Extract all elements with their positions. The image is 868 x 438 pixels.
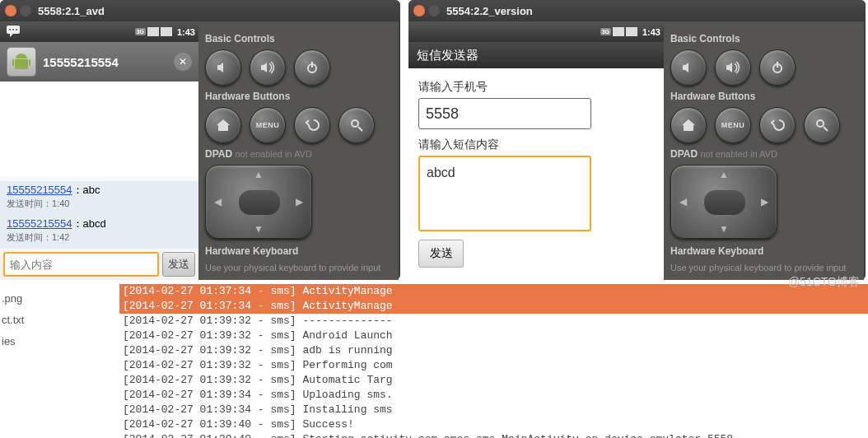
sms-sep: ： xyxy=(72,184,83,196)
phone-screen: 3G 1:43 15555215554 ✕ 15555215554：abc 发送… xyxy=(0,21,198,280)
desktop-file-list: .png ct.txt ies xyxy=(2,288,24,352)
hw-keyboard-hint: Use your physical keyboard to provide in… xyxy=(205,262,392,274)
notification-sms-icon xyxy=(7,26,21,39)
status-clock: 1:43 xyxy=(177,27,195,37)
send-button[interactable]: 发送 xyxy=(418,240,464,268)
log-line: [2014-02-27 01:39:40 - sms] Starting act… xyxy=(119,432,868,438)
dpad-up-icon[interactable]: ▲ xyxy=(719,169,729,180)
file-item: ct.txt xyxy=(2,310,24,331)
notification-close-icon[interactable]: ✕ xyxy=(174,53,192,71)
section-basic-controls: Basic Controls xyxy=(670,33,857,44)
section-hardware-buttons: Hardware Buttons xyxy=(205,91,392,102)
dpad-center-button[interactable] xyxy=(704,190,745,215)
file-item: .png xyxy=(2,288,24,310)
home-button[interactable] xyxy=(670,107,707,143)
back-button[interactable] xyxy=(294,107,330,143)
log-line: [2014-02-27 01:39:32 - sms] Performing c… xyxy=(119,358,868,373)
svg-marker-1 xyxy=(10,34,13,37)
compose-send-button[interactable]: 发送 xyxy=(162,252,195,277)
android-status-bar[interactable]: 3G 1:43 xyxy=(408,21,664,42)
volume-down-button[interactable] xyxy=(670,49,707,86)
sms-time: 发送时间：1:40 xyxy=(7,198,192,210)
compose-input[interactable] xyxy=(3,252,159,277)
label-phone: 请输入手机号 xyxy=(418,80,654,95)
dpad-right-icon[interactable]: ▶ xyxy=(296,196,303,207)
svg-point-3 xyxy=(12,29,14,30)
volume-up-button[interactable] xyxy=(715,49,751,86)
emulator-side-panel: Basic Controls Hardware Buttons MENU DPA… xyxy=(664,21,864,280)
svg-point-9 xyxy=(352,120,358,127)
section-basic-controls: Basic Controls xyxy=(205,33,392,44)
menu-button[interactable]: MENU xyxy=(715,107,751,143)
sms-sep: ： xyxy=(72,217,83,230)
section-dpad: DPAD not enabled in AVD xyxy=(670,148,857,160)
android-status-bar[interactable]: 3G 1:43 xyxy=(0,21,198,42)
log-line: [2014-02-27 01:39:32 - sms] Android Laun… xyxy=(119,328,868,343)
power-button[interactable] xyxy=(759,49,796,86)
section-hw-keyboard: Hardware Keyboard xyxy=(670,245,857,257)
sms-conversation[interactable]: 15555215554：abc 发送时间：1:40 15555215554：ab… xyxy=(0,176,198,254)
network-3g-icon: 3G xyxy=(135,28,146,35)
notification-header[interactable]: 15555215554 ✕ xyxy=(0,42,198,82)
content-textarea[interactable]: abcd xyxy=(418,156,591,231)
volume-down-button[interactable] xyxy=(205,49,241,86)
watermark: @51CTO博客 xyxy=(788,275,860,290)
sms-sender-link[interactable]: 15555215554 xyxy=(7,217,72,230)
dpad-left-icon[interactable]: ◀ xyxy=(214,196,222,207)
log-line: [2014-02-27 01:37:34 - sms] ActivityMana… xyxy=(119,284,868,299)
log-line: [2014-02-27 01:39:32 - sms] ------------… xyxy=(119,314,868,328)
hw-keyboard-hint: Use your physical keyboard to provide in… xyxy=(670,262,857,274)
android-robot-icon xyxy=(7,47,36,77)
app-title: 短信发送器 xyxy=(417,48,478,63)
window-titlebar[interactable]: 5554:2.2_version xyxy=(408,0,866,21)
dpad: ▲ ▼ ◀ ▶ xyxy=(205,165,312,239)
dpad-down-icon[interactable]: ▼ xyxy=(254,223,264,235)
window-minimize-icon[interactable] xyxy=(428,5,440,16)
section-dpad: DPAD not enabled in AVD xyxy=(205,148,392,160)
home-button[interactable] xyxy=(205,107,241,143)
search-button[interactable] xyxy=(338,107,375,143)
window-titlebar[interactable]: 5558:2.1_avd xyxy=(0,0,400,21)
emulator-window-5558: 5558:2.1_avd 3G 1:43 15555215554 ✕ xyxy=(0,0,400,280)
signal-icon xyxy=(613,27,624,36)
search-button[interactable] xyxy=(804,107,840,143)
dpad-left-icon[interactable]: ◀ xyxy=(679,196,687,207)
back-button[interactable] xyxy=(759,107,796,143)
log-line: [2014-02-27 01:39:34 - sms] Installing s… xyxy=(119,403,868,417)
logcat-console: [2014-02-27 01:37:34 - sms] ActivityMana… xyxy=(119,284,868,438)
dpad-center-button[interactable] xyxy=(239,190,280,215)
power-button[interactable] xyxy=(294,49,330,86)
dpad: ▲ ▼ ◀ ▶ xyxy=(670,165,777,239)
svg-point-13 xyxy=(817,120,824,127)
signal-icon xyxy=(147,27,159,36)
sms-body: abcd xyxy=(83,217,106,230)
dpad-down-icon[interactable]: ▼ xyxy=(719,223,729,235)
log-line: [2014-02-27 01:39:32 - sms] adb is runni… xyxy=(119,343,868,358)
sms-message: 15555215554：abcd 发送时间：1:42 xyxy=(0,215,198,249)
dpad-up-icon[interactable]: ▲ xyxy=(254,169,264,180)
menu-button[interactable]: MENU xyxy=(250,107,286,143)
phone-screen: 3G 1:43 短信发送器 请输入手机号 5558 请输入短信内容 abcd 发… xyxy=(408,21,664,280)
svg-rect-12 xyxy=(777,62,778,68)
volume-up-button[interactable] xyxy=(250,49,286,86)
phone-input[interactable]: 5558 xyxy=(418,98,591,129)
window-title: 5554:2.2_version xyxy=(446,5,533,17)
sms-body: abc xyxy=(83,184,100,196)
sms-sender-link[interactable]: 15555215554 xyxy=(7,184,72,196)
window-title: 5558:2.1_avd xyxy=(38,5,105,17)
network-3g-icon: 3G xyxy=(600,28,611,35)
window-close-icon[interactable] xyxy=(413,5,425,16)
section-hw-keyboard: Hardware Keyboard xyxy=(205,245,392,257)
app-body: 请输入手机号 5558 请输入短信内容 abcd 发送 xyxy=(408,68,664,280)
label-content: 请输入短信内容 xyxy=(418,137,654,152)
window-minimize-icon[interactable] xyxy=(20,5,31,16)
dpad-right-icon[interactable]: ▶ xyxy=(761,196,768,207)
status-clock: 1:43 xyxy=(642,27,660,37)
sms-time: 发送时间：1:42 xyxy=(7,231,192,244)
svg-line-14 xyxy=(824,127,828,131)
svg-point-2 xyxy=(9,29,11,30)
svg-rect-8 xyxy=(311,62,313,68)
window-close-icon[interactable] xyxy=(5,5,16,16)
status-icons: 3G 1:43 xyxy=(600,27,660,37)
status-icons: 3G 1:43 xyxy=(135,27,195,37)
